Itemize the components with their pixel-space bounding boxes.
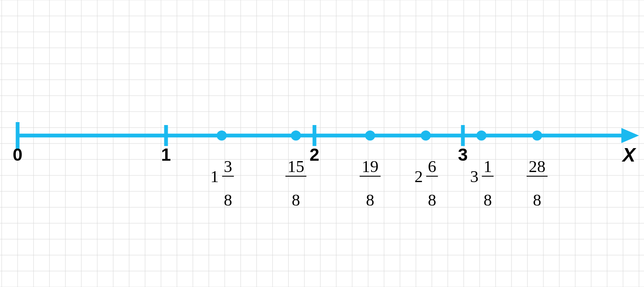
svg-text:8: 8 [366,190,374,209]
point-label-2: 198 [360,157,381,209]
svg-text:15: 15 [288,157,304,176]
svg-text:1: 1 [483,157,492,176]
grid [0,0,644,287]
tick-label-2: 2 [309,145,319,164]
svg-text:8: 8 [483,190,492,209]
svg-text:8: 8 [224,190,232,209]
tick-label-1: 1 [161,145,171,164]
point-4 [476,130,486,141]
point-5 [532,130,542,141]
svg-text:6: 6 [428,157,436,176]
axis-label-x: X [621,144,636,166]
tick-label-3: 3 [458,145,467,164]
point-label-0: 138 [210,157,234,209]
svg-text:8: 8 [428,190,436,209]
svg-text:8: 8 [292,190,300,209]
svg-text:3: 3 [470,167,478,186]
point-label-4: 318 [470,157,493,209]
svg-text:19: 19 [362,157,379,176]
svg-text:3: 3 [224,157,232,176]
point-3 [421,130,431,141]
svg-text:28: 28 [529,157,545,176]
number-line-chart: 0123X138158198268318288 [0,0,644,287]
axis-arrowhead [621,128,639,143]
point-0 [217,130,227,141]
point-label-3: 268 [415,157,438,209]
point-label-5: 288 [527,157,548,209]
point-1 [291,130,301,141]
svg-text:1: 1 [210,167,219,186]
point-2 [365,130,375,141]
svg-text:8: 8 [533,190,541,209]
tick-label-0: 0 [13,145,22,164]
svg-text:2: 2 [415,167,423,186]
